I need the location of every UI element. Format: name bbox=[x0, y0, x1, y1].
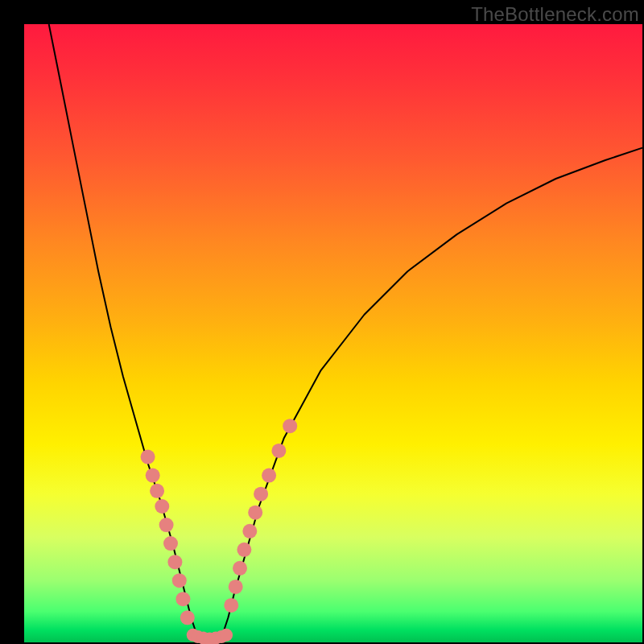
v-curve bbox=[49, 24, 642, 641]
data-dot bbox=[163, 536, 178, 551]
data-dot bbox=[167, 555, 182, 569]
data-dot bbox=[271, 444, 286, 458]
data-dot bbox=[146, 469, 160, 483]
chart-frame: TheBottleneck.com bbox=[0, 0, 644, 644]
watermark-text: TheBottleneck.com bbox=[471, 3, 639, 26]
data-dot bbox=[233, 561, 247, 576]
data-dot bbox=[159, 518, 174, 532]
data-dot bbox=[220, 629, 233, 642]
curve-layer bbox=[49, 24, 642, 641]
data-dot bbox=[237, 543, 251, 557]
data-dot bbox=[172, 573, 187, 588]
data-dot bbox=[224, 598, 238, 613]
data-dot bbox=[262, 469, 276, 483]
chart-svg bbox=[24, 24, 642, 642]
data-dot bbox=[150, 484, 164, 498]
data-dot bbox=[180, 610, 195, 625]
dots-layer bbox=[141, 419, 298, 644]
data-dot bbox=[248, 506, 262, 520]
data-dot bbox=[242, 524, 257, 539]
data-dot bbox=[141, 450, 155, 464]
data-dot bbox=[175, 592, 190, 606]
data-dot bbox=[283, 419, 297, 433]
data-dot bbox=[155, 499, 169, 514]
data-dot bbox=[229, 580, 243, 594]
data-dot bbox=[254, 487, 268, 502]
plot-area bbox=[24, 24, 642, 642]
